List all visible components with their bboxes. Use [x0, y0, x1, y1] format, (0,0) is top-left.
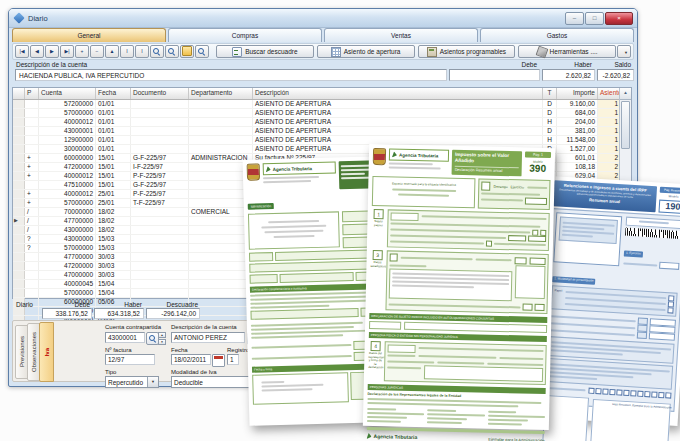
- tab-gastos[interactable]: Gastos: [480, 28, 634, 42]
- table-row[interactable]: 57200000 01/01 ASIENTO DE APERTURA D 9.1…: [13, 100, 631, 109]
- row-selector[interactable]: [13, 136, 25, 144]
- etiqueta-note: Espacio reservado para la etiqueta ident…: [381, 181, 466, 187]
- zoom-icon[interactable]: [165, 45, 179, 58]
- tab-ventas[interactable]: Ventas: [324, 28, 478, 42]
- buscar-descuadre-button[interactable]: Buscar descuadre: [216, 45, 314, 58]
- cell-fecha: 15/03: [96, 244, 131, 252]
- fecha-field[interactable]: 18/02/2011: [171, 354, 211, 365]
- minimize-button[interactable]: –: [565, 12, 584, 25]
- cell-asiento: 1: [598, 109, 621, 117]
- asiento-apertura-button[interactable]: Asiento de apertura: [317, 45, 415, 58]
- section-identificacion: Identificación: [248, 203, 275, 210]
- nav-button[interactable]: −: [90, 45, 104, 58]
- cell-descripcion: ASIENTO DE APERTURA: [253, 136, 543, 144]
- nav-button[interactable]: |◀: [15, 45, 29, 58]
- asientos-programables-button[interactable]: Asientos programables: [418, 45, 516, 58]
- col-importe[interactable]: Importe: [557, 88, 598, 99]
- notes-icon[interactable]: [180, 45, 194, 58]
- tab-label: Iva: [44, 348, 50, 356]
- num-factura-field[interactable]: 12/97: [105, 354, 155, 365]
- spain-coat-of-arms-icon: [247, 163, 260, 180]
- col-documento[interactable]: Documento: [131, 88, 189, 99]
- table-row[interactable]: 12900000 01/01 ASIENTO DE APERTURA H 11.…: [13, 136, 631, 145]
- scroll-thumb[interactable]: [621, 101, 630, 149]
- cell-fecha: 30/03: [96, 271, 131, 279]
- row-selector[interactable]: [13, 199, 25, 207]
- toolbar-overflow-button[interactable]: ▼: [617, 45, 631, 58]
- col-fecha[interactable]: Fecha: [96, 88, 131, 99]
- tipo-selected: Repercutido: [108, 379, 143, 386]
- row-selector[interactable]: [13, 163, 25, 171]
- nav-button[interactable]: ▲: [105, 45, 119, 58]
- row-selector[interactable]: [13, 253, 25, 261]
- cell-p: +: [25, 172, 39, 180]
- cell-p: /: [25, 226, 39, 234]
- page-tab: Pág. 1: [525, 151, 551, 158]
- maximize-button[interactable]: □: [585, 12, 604, 25]
- nav-button[interactable]: ▶: [45, 45, 59, 58]
- nav-button[interactable]: Ⅰ: [135, 45, 149, 58]
- table-header[interactable]: P Cuenta Fecha Documento Departamento De…: [13, 88, 631, 100]
- row-selector[interactable]: [13, 262, 25, 270]
- row-selector[interactable]: [13, 280, 25, 288]
- close-button[interactable]: ×: [605, 12, 633, 25]
- row-selector[interactable]: [13, 181, 25, 189]
- row-selector[interactable]: [13, 271, 25, 279]
- col-departamento[interactable]: Departamento: [189, 88, 253, 99]
- table-row[interactable]: 43000001 01/01 ASIENTO DE APERTURA D 381…: [13, 127, 631, 136]
- account-spinner[interactable]: ▲▼: [158, 332, 166, 343]
- descripcion-cuenta-field[interactable]: ANTONIO PEREZ: [171, 332, 245, 343]
- cell-t: D: [543, 109, 557, 117]
- col-p[interactable]: P: [25, 88, 39, 99]
- modalidad-selected: Deducible: [174, 379, 203, 386]
- col-asiento[interactable]: Asiento: [598, 88, 621, 99]
- registro-iva-field[interactable]: 1: [227, 354, 239, 365]
- row-selector[interactable]: [13, 226, 25, 234]
- search-window-icon[interactable]: [195, 45, 209, 58]
- row-selector[interactable]: [13, 190, 25, 198]
- col-cuenta[interactable]: Cuenta: [39, 88, 96, 99]
- form-text-block: [250, 291, 382, 308]
- scroll-up-icon[interactable]: ▲: [620, 88, 631, 100]
- nav-button[interactable]: Ⅰ: [120, 45, 134, 58]
- cell-fecha: 18/02: [96, 226, 131, 234]
- nav-button[interactable]: ◀: [30, 45, 44, 58]
- table-row[interactable]: 57000000 01/01 ASIENTO DE APERTURA D 684…: [13, 109, 631, 118]
- row-selector[interactable]: [13, 100, 25, 108]
- col-descripcion[interactable]: Descripción: [253, 88, 543, 99]
- calendar-icon[interactable]: [212, 354, 225, 367]
- table-row[interactable]: 40000012 01/01 ASIENTO DE APERTURA H 204…: [13, 118, 631, 127]
- cell-asiento: 2: [598, 163, 621, 171]
- row-selector[interactable]: [13, 289, 25, 297]
- cell-p: [25, 289, 39, 297]
- row-selector[interactable]: [13, 145, 25, 153]
- account-description-value[interactable]: HACIENDA PUBLICA, IVA REPERCUTIDO: [15, 69, 447, 81]
- nav-button[interactable]: ▶|: [60, 45, 74, 58]
- title-bar[interactable]: Diario: [9, 9, 637, 28]
- tab-label: Previsiones: [19, 336, 25, 367]
- row-selector[interactable]: [13, 235, 25, 243]
- tab-iva[interactable]: Iva: [39, 322, 54, 382]
- col-selector: [13, 88, 25, 99]
- tab-compras[interactable]: Compras: [168, 28, 322, 42]
- search-panel-icon[interactable]: [150, 45, 164, 58]
- row-selector[interactable]: [13, 208, 25, 216]
- tipo-select[interactable]: Repercutido ▼: [105, 376, 159, 388]
- cell-fecha: 15/03: [96, 235, 131, 243]
- row-selector[interactable]: [13, 244, 25, 252]
- tab-general[interactable]: General: [12, 28, 166, 42]
- row-selector[interactable]: ▶: [13, 217, 25, 225]
- row-selector[interactable]: [13, 118, 25, 126]
- cuenta-contrapartida-field[interactable]: 43000001: [105, 332, 145, 343]
- nav-button[interactable]: +: [75, 45, 89, 58]
- row-selector[interactable]: [13, 172, 25, 180]
- row-selector[interactable]: [13, 127, 25, 135]
- button-label: Buscar descuadre: [245, 48, 297, 55]
- label-space-box: Espacio reservado para la etiqueta ident…: [372, 176, 476, 208]
- row-selector[interactable]: [13, 154, 25, 162]
- cell-t: H: [543, 136, 557, 144]
- row-selector[interactable]: [13, 109, 25, 117]
- herramientas-button[interactable]: Herramientas ....: [518, 45, 616, 58]
- col-t[interactable]: T: [543, 88, 557, 99]
- brand-text: Agencia Tributaria: [399, 152, 438, 158]
